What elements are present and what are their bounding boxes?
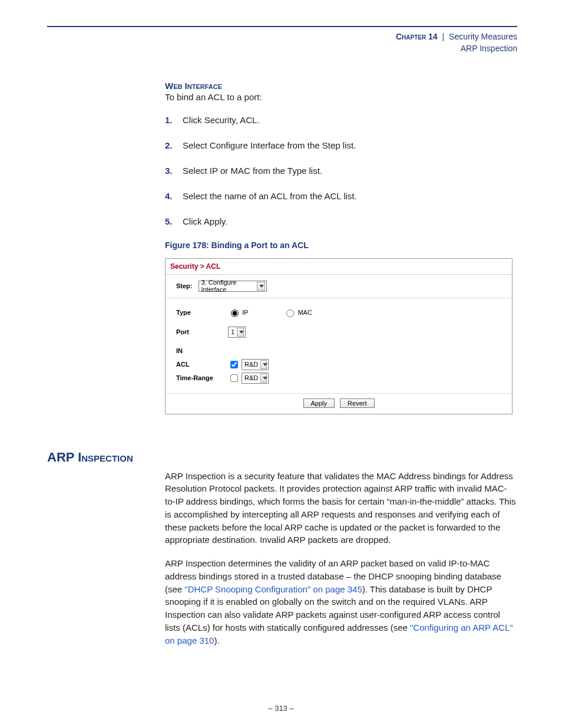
timerange-select-value: R&D: [244, 374, 258, 381]
step-item: Select IP or MAC from the Type list.: [165, 164, 517, 177]
page: Chapter 14 | Security Measures ARP Inspe…: [0, 0, 562, 728]
figure-caption: Figure 178: Binding a Port to an ACL: [165, 241, 517, 250]
in-label: IN: [176, 347, 228, 354]
acl-row: ACL R&D: [176, 359, 501, 370]
step-item: Click Security, ACL.: [165, 114, 517, 126]
step-item: Select the name of an ACL from the ACL l…: [165, 190, 517, 202]
chapter-label: Chapter 14: [396, 32, 438, 41]
timerange-row: Time-Range R&D: [176, 373, 501, 384]
step-list: Click Security, ACL. Select Configure In…: [165, 114, 517, 228]
running-header: Chapter 14 | Security Measures ARP Inspe…: [47, 31, 517, 55]
header-subtitle: ARP Inspection: [47, 42, 517, 54]
breadcrumb: Security > ACL: [166, 259, 512, 275]
apply-button[interactable]: Apply: [303, 398, 335, 408]
lead-text: To bind an ACL to a port:: [165, 92, 517, 102]
acl-checkbox[interactable]: [230, 361, 238, 368]
port-select[interactable]: 1: [228, 327, 246, 338]
chevron-down-icon: [257, 282, 265, 291]
type-mac-text: MAC: [297, 309, 312, 316]
timerange-checkbox[interactable]: [230, 374, 238, 382]
chevron-down-icon: [260, 374, 267, 383]
in-row: IN: [176, 347, 501, 354]
port-row: Port 1: [176, 327, 501, 338]
arp-paragraph-1: ARP Inspection is a security feature tha…: [165, 470, 517, 547]
chevron-down-icon: [237, 328, 244, 337]
step-item: Click Apply.: [165, 215, 517, 228]
form-body: Type IP MAC Port 1: [166, 298, 512, 384]
type-ip-text: IP: [242, 309, 248, 316]
step-row: Step: 3. Configure Interface: [166, 275, 512, 298]
arp-paragraph-2: ARP Inspection determines the validity o…: [165, 557, 517, 647]
type-mac-option[interactable]: MAC: [283, 308, 312, 317]
web-interface-heading: Web Interface: [165, 81, 517, 91]
step-item: Select Configure Interface from the Step…: [165, 139, 517, 151]
header-separator: |: [440, 32, 447, 41]
timerange-select[interactable]: R&D: [242, 373, 269, 384]
header-rule: [47, 26, 517, 27]
timerange-label: Time-Range: [176, 374, 228, 381]
header-title: Security Measures: [449, 32, 517, 41]
type-label: Type: [176, 309, 228, 316]
acl-label: ACL: [176, 361, 228, 368]
type-ip-option[interactable]: IP: [228, 308, 248, 317]
chevron-down-icon: [260, 360, 267, 369]
arp-p2-seg-c: ).: [214, 635, 219, 645]
port-label: Port: [176, 328, 228, 335]
dhcp-snooping-link[interactable]: "DHCP Snooping Configuration" on page 34…: [184, 584, 362, 594]
arp-heading: ARP Inspection: [47, 450, 517, 465]
revert-button[interactable]: Revert: [340, 398, 374, 408]
step-select-value: 3. Configure Interface: [201, 279, 255, 293]
port-select-value: 1: [231, 328, 234, 335]
body-column: Web Interface To bind an ACL to a port: …: [165, 81, 517, 414]
type-row: Type IP MAC: [176, 308, 501, 317]
step-select[interactable]: 3. Configure Interface: [199, 281, 267, 292]
button-row: Apply Revert: [166, 393, 512, 414]
acl-config-panel: Security > ACL Step: 3. Configure Interf…: [165, 258, 513, 414]
acl-select-value: R&D: [244, 361, 258, 368]
type-ip-radio[interactable]: [231, 309, 239, 317]
page-footer: – 313 –: [0, 704, 562, 713]
step-label: Step:: [176, 282, 193, 289]
acl-select[interactable]: R&D: [242, 359, 269, 370]
type-mac-radio[interactable]: [286, 309, 294, 317]
